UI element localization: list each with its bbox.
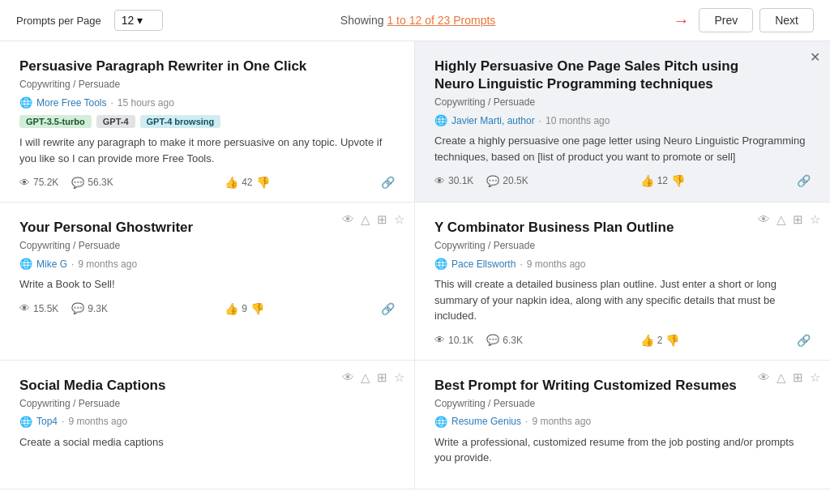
card-time: 9 months ago [78,258,137,270]
card-author: 🌐 Top4 · 9 months ago [19,416,395,428]
comment-icon: 💬 [71,302,84,314]
globe-icon: 🌐 [19,416,32,428]
eye-icon[interactable]: 👁 [342,212,354,227]
votes-count: 9 [242,303,247,314]
card-description: Create a highly persuasive one page lett… [434,133,811,164]
thumbdown-button[interactable]: 👎 [256,176,270,189]
votes-count: 42 [242,177,252,188]
views-count: 15.5K [33,303,58,314]
showing-of: 23 [438,14,451,27]
thumbup-button[interactable]: 👍 [640,334,654,347]
bell-icon[interactable]: △ [777,212,786,227]
bell-icon[interactable]: △ [361,212,370,227]
author-link[interactable]: Javier Marti, author [451,115,535,126]
author-link[interactable]: Pace Ellsworth [451,258,516,270]
card-time: 9 months ago [527,258,586,270]
views-count: 10.1K [448,335,473,346]
card-author: 🌐 Mike G · 9 months ago [19,258,395,270]
star-icon[interactable]: ☆ [394,212,404,227]
prev-button[interactable]: Prev [699,8,753,32]
grid-icon[interactable]: ⊞ [793,370,803,385]
comments-stat: 💬 9.3K [71,302,108,314]
thumbdown-button[interactable]: 👎 [250,302,264,315]
bell-icon[interactable]: △ [777,370,786,385]
per-page-value: 12 [122,14,135,27]
link-icon[interactable]: 🔗 [381,176,395,189]
tag: GPT-4 browsing [140,115,221,128]
link-icon[interactable]: 🔗 [381,302,395,315]
vote-group: 👍 12 👎 [640,174,685,187]
author-link[interactable]: Resume Genius [451,416,521,427]
globe-icon: 🌐 [434,416,447,428]
close-icon[interactable]: ✕ [810,51,820,64]
showing-text: Showing 1 to 12 of 23 Prompts [176,14,661,27]
eye-icon[interactable]: 👁 [758,212,770,227]
views-stat: 👁 15.5K [19,302,58,314]
bell-icon[interactable]: △ [361,370,370,385]
card-tags: GPT-3.5-turboGPT-4GPT-4 browsing [19,115,395,128]
card-author: 🌐 Pace Ellsworth · 9 months ago [434,258,811,270]
card-title: Best Prompt for Writing Customized Resum… [434,377,811,395]
thumbup-button[interactable]: 👍 [640,174,654,187]
star-icon[interactable]: ☆ [810,212,820,227]
eye-stat-icon: 👁 [434,334,445,346]
grid-icon[interactable]: ⊞ [377,212,387,227]
card-title: Persuasive Paragraph Rewriter in One Cli… [19,58,395,75]
card-author: 🌐 Resume Genius · 9 months ago [434,416,811,428]
link-icon[interactable]: 🔗 [797,174,811,187]
thumbup-button[interactable]: 👍 [225,302,238,315]
next-button[interactable]: Next [759,8,814,32]
views-count: 30.1K [448,175,473,186]
link-icon[interactable]: 🔗 [797,334,811,347]
globe-icon: 🌐 [19,258,32,270]
comments-stat: 💬 56.3K [71,177,113,189]
showing-to: 12 [409,14,422,27]
thumbup-button[interactable]: 👍 [225,176,238,189]
grid-icon[interactable]: ⊞ [377,370,387,385]
star-icon[interactable]: ☆ [394,370,404,385]
comment-icon: 💬 [71,177,84,189]
per-page-select[interactable]: 12 ▾ [114,10,163,31]
grid-icon[interactable]: ⊞ [793,212,803,227]
votes-count: 2 [657,335,663,346]
thumbdown-button[interactable]: 👎 [665,334,679,347]
eye-stat-icon: 👁 [434,175,445,187]
thumbdown-button[interactable]: 👎 [671,174,685,187]
card-stats: 👁 30.1K 💬 20.5K 👍 12 👎 🔗 [434,174,811,187]
comments-stat: 💬 6.3K [486,334,523,346]
card-time: 10 months ago [545,115,610,126]
author-link[interactable]: Top4 [36,416,58,427]
card-author: 🌐 More Free Tools · 15 hours ago [19,96,395,109]
card-card6: 👁 △ ⊞ ☆ Best Prompt for Writing Customiz… [415,361,830,489]
eye-icon[interactable]: 👁 [342,370,354,385]
card-card2: ✕ Highly Persuasive One Page Sales Pitch… [415,41,830,203]
card-card5: 👁 △ ⊞ ☆ Social Media Captions Copywritin… [0,361,415,489]
card-actions: 👁 △ ⊞ ☆ [342,212,404,227]
author-link[interactable]: Mike G [36,258,67,270]
vote-group: 👍 2 👎 [640,334,680,347]
comment-icon: 💬 [486,334,499,346]
tag: GPT-4 [96,115,135,128]
author-link[interactable]: More Free Tools [36,97,106,109]
card-category: Copywriting / Persuade [434,96,811,108]
globe-icon: 🌐 [434,258,447,270]
card-time: 9 months ago [68,416,127,427]
globe-icon: 🌐 [434,114,447,126]
card-title: Highly Persuasive One Page Sales Pitch u… [434,58,811,93]
vote-group: 👍 9 👎 [225,302,264,315]
card-category: Copywriting / Persuade [19,240,395,251]
top-bar: Prompts per Page 12 ▾ Showing 1 to 12 of… [0,0,830,41]
card-description: This will create a detailed business pla… [434,276,811,324]
card-category: Copywriting / Persuade [434,240,811,251]
arrow-right-icon: → [673,11,689,30]
eye-stat-icon: 👁 [19,302,30,314]
card-card4: 👁 △ ⊞ ☆ Y Combinator Business Plan Outli… [415,203,830,361]
star-icon[interactable]: ☆ [810,370,820,385]
card-stats: 👁 10.1K 💬 6.3K 👍 2 👎 🔗 [434,334,811,347]
eye-icon[interactable]: 👁 [758,370,770,385]
card-actions: 👁 △ ⊞ ☆ [758,370,820,385]
eye-stat-icon: 👁 [19,177,30,189]
views-stat: 👁 30.1K [434,175,473,187]
card-stats: 👁 75.2K 💬 56.3K 👍 42 👎 🔗 [19,176,395,189]
card-card1: Persuasive Paragraph Rewriter in One Cli… [0,41,415,203]
